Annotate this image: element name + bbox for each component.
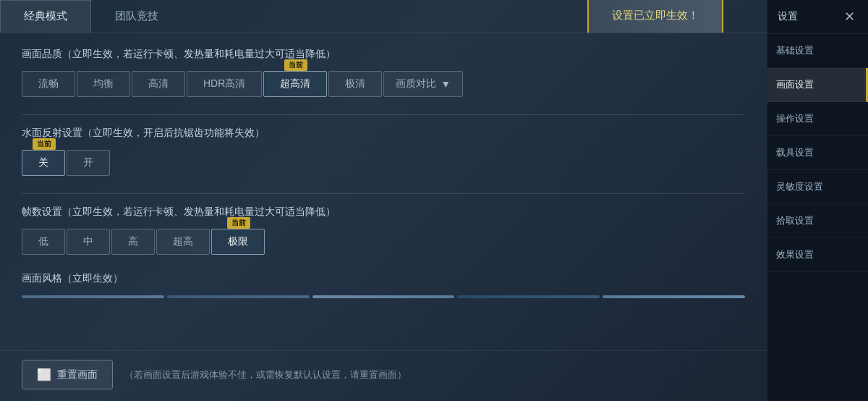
dropdown-chevron-icon: ▼ [441, 78, 451, 90]
image-quality-section: 画面品质（立即生效，若运行卡顿、发热量和耗电量过大可适当降低） 流畅 均衡 高清… [22, 48, 745, 97]
main-area: 经典模式 团队竞技 设置已立即生效！ 画面品质（立即生效，若运行卡顿、发热量和耗… [0, 0, 767, 401]
btn-wrapper-balanced: 均衡 [77, 71, 132, 97]
divider-2 [22, 193, 745, 194]
water-reflection-options: 当前 关 开 [22, 150, 745, 176]
settings-applied-banner: 设置已立即生效！ [587, 0, 723, 33]
style-preview-3[interactable] [312, 295, 455, 298]
fps-btn-high[interactable]: 高 [111, 229, 155, 255]
dropdown-label: 画质对比 [396, 77, 436, 90]
btn-wrapper-ultrahigh: 超高 [156, 229, 211, 255]
water-btn-on[interactable]: 开 [67, 150, 110, 176]
close-button[interactable]: ✕ [841, 9, 858, 25]
fps-btn-mid[interactable]: 中 [67, 229, 110, 255]
style-preview-1[interactable] [22, 295, 164, 298]
style-section: 画面风格（立即生效） [22, 272, 745, 298]
reset-label: 重置画面 [57, 368, 98, 381]
btn-wrapper-on: 开 [67, 150, 111, 176]
sidebar-title: 设置 [778, 10, 798, 23]
quality-btn-hd[interactable]: 高清 [132, 71, 185, 97]
sidebar-item-operation[interactable]: 操作设置 [767, 102, 868, 136]
btn-wrapper-max: 当前 极限 [211, 229, 266, 255]
quality-btn-smooth[interactable]: 流畅 [22, 71, 75, 97]
water-reflection-title: 水面反射设置（立即生效，开启后抗锯齿功能将失效） [22, 127, 745, 140]
settings-content: 画面品质（立即生效，若运行卡顿、发热量和耗电量过大可适当降低） 流畅 均衡 高清… [0, 33, 767, 350]
btn-wrapper-low: 低 [22, 229, 67, 255]
quality-btn-ultrahd[interactable]: 超高清 [263, 71, 327, 97]
sidebar-item-effect[interactable]: 效果设置 [767, 238, 868, 272]
current-badge-off: 当前 [33, 138, 56, 150]
quality-btn-hdrhd[interactable]: HDR高清 [187, 71, 262, 97]
btn-wrapper-smooth: 流畅 [22, 71, 77, 97]
style-preview-5[interactable] [603, 295, 745, 298]
tab-spacer [182, 0, 587, 33]
divider-1 [22, 114, 745, 115]
sidebar-header: 设置 ✕ [767, 0, 868, 34]
sidebar: 设置 ✕ 基础设置 画面设置 操作设置 载具设置 灵敏度设置 拾取设置 效果设置 [767, 0, 868, 401]
water-reflection-section: 水面反射设置（立即生效，开启后抗锯齿功能将失效） 当前 关 开 [22, 127, 745, 176]
style-preview-2[interactable] [167, 295, 310, 298]
water-btn-off[interactable]: 关 [22, 150, 65, 176]
sidebar-item-display[interactable]: 画面设置 [767, 68, 868, 102]
style-title: 画面风格（立即生效） [22, 272, 745, 285]
image-quality-title: 画面品质（立即生效，若运行卡顿、发热量和耗电量过大可适当降低） [22, 48, 745, 61]
btn-wrapper-hdrhd: HDR高清 [187, 71, 263, 97]
style-preview-4[interactable] [457, 295, 600, 298]
image-quality-options: 流畅 均衡 高清 HDR高清 当前 超高清 极清 [22, 71, 745, 97]
sidebar-item-basic[interactable]: 基础设置 [767, 34, 868, 68]
current-badge-ultrahd: 当前 [284, 59, 307, 71]
btn-wrapper-extreme-quality: 极清 [328, 71, 383, 97]
fps-btn-low[interactable]: 低 [22, 229, 65, 255]
btn-wrapper-high: 高 [111, 229, 156, 255]
footer-area: ⬜ 重置画面 （若画面设置后游戏体验不佳，或需恢复默认认设置，请重置画面） [0, 350, 767, 401]
fps-section: 帧数设置（立即生效，若运行卡顿、发热量和耗电量过大可适当降低） 低 中 高 超高… [22, 206, 745, 255]
tabs-bar: 经典模式 团队竞技 设置已立即生效！ [0, 0, 767, 33]
btn-wrapper-off: 当前 关 [22, 150, 67, 176]
reset-button[interactable]: ⬜ 重置画面 [22, 360, 113, 389]
sidebar-item-vehicle[interactable]: 载具设置 [767, 136, 868, 170]
btn-wrapper-mid: 中 [67, 229, 111, 255]
fps-btn-ultrahigh[interactable]: 超高 [156, 229, 210, 255]
fps-title: 帧数设置（立即生效，若运行卡顿、发热量和耗电量过大可适当降低） [22, 206, 745, 219]
btn-wrapper-hd: 高清 [132, 71, 187, 97]
quality-btn-balanced[interactable]: 均衡 [77, 71, 130, 97]
btn-wrapper-ultrahd: 当前 超高清 [263, 71, 328, 97]
sidebar-item-sensitivity[interactable]: 灵敏度设置 [767, 170, 868, 204]
footer-hint: （若画面设置后游戏体验不佳，或需恢复默认认设置，请重置画面） [124, 368, 407, 381]
tab-classic[interactable]: 经典模式 [0, 0, 91, 33]
quality-btn-extreme[interactable]: 极清 [328, 71, 382, 97]
tab-team[interactable]: 团队竞技 [91, 0, 182, 33]
fps-options: 低 中 高 超高 当前 极限 [22, 229, 745, 255]
reset-icon: ⬜ [37, 368, 51, 381]
tab-end-space [723, 0, 767, 33]
sidebar-item-pickup[interactable]: 拾取设置 [767, 204, 868, 238]
quality-compare-dropdown[interactable]: 画质对比 ▼ [383, 71, 463, 97]
fps-btn-max[interactable]: 极限 [211, 229, 265, 255]
current-badge-max: 当前 [227, 217, 250, 229]
style-preview-row [22, 295, 745, 298]
